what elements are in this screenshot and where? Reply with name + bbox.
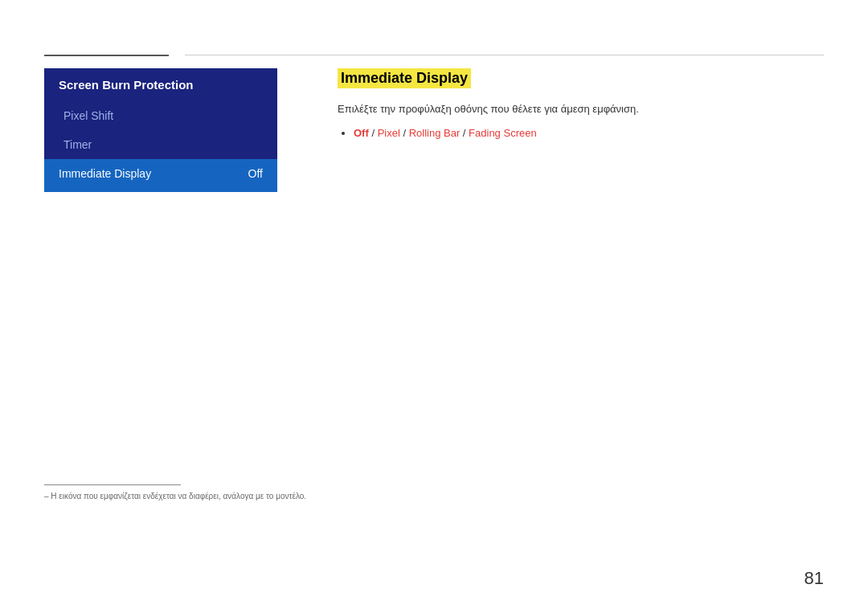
menu-item-immediate-display-value: Off [248,167,263,180]
menu-item-pixel-shift[interactable]: Pixel Shift [44,101,277,130]
note-divider [44,484,181,485]
option-sep2: / [400,127,409,139]
content-title: Immediate Display [338,68,471,88]
content-area: Immediate Display Επιλέξτε την προφύλαξη… [338,68,824,139]
option-rolling: Rolling Bar [409,127,461,139]
menu-item-pixel-shift-label: Pixel Shift [63,109,113,122]
page-number: 81 [805,568,824,589]
option-off: Off [354,127,369,139]
top-divider-left [44,55,169,56]
content-options-item: Off / Pixel / Rolling Bar / Fading Scree… [354,127,824,139]
menu-item-immediate-display[interactable]: Immediate Display Off [44,159,277,188]
note-text: – Η εικόνα που εμφανίζεται ενδέχεται να … [44,492,306,501]
option-sep3: / [460,127,469,139]
menu-item-timer[interactable]: Timer [44,130,277,159]
menu-header: Screen Burn Protection [44,68,277,101]
menu-header-label: Screen Burn Protection [59,78,194,92]
content-description: Επιλέξτε την προφύλαξη οθόνης που θέλετε… [338,101,824,117]
page-container: Screen Burn Protection Pixel Shift Timer… [0,0,868,613]
bottom-note: – Η εικόνα που εμφανίζεται ενδέχεται να … [44,484,306,501]
menu-item-immediate-display-label: Immediate Display [59,167,151,180]
menu-panel: Screen Burn Protection Pixel Shift Timer… [44,68,277,192]
content-options-list: Off / Pixel / Rolling Bar / Fading Scree… [354,127,824,139]
menu-bottom-bar [44,188,277,192]
option-fading: Fading Screen [469,127,537,139]
top-divider-right [185,55,824,55]
menu-item-timer-label: Timer [63,138,92,151]
option-pixel: Pixel [378,127,400,139]
option-sep1: / [369,127,378,139]
